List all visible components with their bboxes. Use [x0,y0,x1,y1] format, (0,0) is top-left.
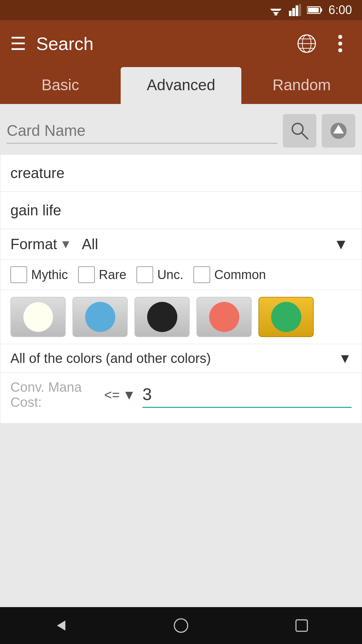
status-bar: 6:00 [0,0,362,20]
globe-button[interactable] [295,32,318,55]
toolbar-title: Search [36,33,285,54]
format-arrow: ▼ [60,237,72,251]
svg-rect-4 [289,11,292,16]
color-blue-circle [85,302,115,332]
svg-line-20 [302,133,308,139]
uncommon-checkbox[interactable] [136,266,153,283]
rarity-mythic[interactable]: Mythic [10,266,68,283]
svg-rect-10 [308,8,319,12]
format-value-arrow: ▼ [334,236,348,253]
tab-random[interactable]: Random [241,67,362,104]
more-button[interactable] [328,32,352,55]
format-dropdown[interactable]: Format ▼ [10,236,72,253]
wifi-icon [269,5,283,15]
card-name-input[interactable] [7,118,278,144]
battery-icon [307,5,322,15]
mana-cost-label: Conv. Mana Cost: [10,380,98,410]
mana-operator-arrow: ▼ [122,387,136,402]
uncommon-label: Unc. [157,268,183,282]
color-green-button[interactable] [258,297,314,337]
recent-icon [293,617,310,634]
more-icon [338,34,343,54]
svg-rect-7 [299,4,301,16]
tab-advanced[interactable]: Advanced [121,67,241,104]
mana-cost-row: Conv. Mana Cost: <= ▼ [0,373,362,423]
format-row: Format ▼ All ▼ [0,229,362,260]
svg-point-16 [338,35,342,39]
signal-icon [289,4,301,16]
color-white-circle [23,302,53,332]
color-black-circle [147,302,177,332]
mana-operator-dropdown[interactable]: <= ▼ [104,387,136,402]
mana-cost-input[interactable] [142,382,352,408]
rare-label: Rare [99,268,126,282]
color-green-circle [271,302,301,332]
color-filter-row[interactable]: All of the colors (and other colors) ▼ [0,344,362,373]
search-icon [290,121,309,140]
tab-basic[interactable]: Basic [0,67,121,104]
svg-rect-5 [292,8,295,16]
mythic-checkbox[interactable] [10,266,27,283]
color-red-button[interactable] [196,297,252,337]
svg-rect-6 [296,5,298,16]
recent-button[interactable] [288,612,315,639]
common-label: Common [214,268,266,282]
format-value: All [82,236,98,253]
color-filter-label: All of the colors (and other colors) [10,351,211,366]
home-button[interactable] [168,612,194,639]
sort-icon [329,121,348,140]
suggestion-gain-life[interactable]: gain life [0,192,362,229]
sort-button[interactable] [322,114,355,148]
mana-operator: <= [104,387,120,402]
home-icon [173,617,189,634]
globe-icon [297,34,317,54]
svg-marker-23 [57,621,65,631]
menu-icon[interactable]: ☰ [10,33,26,54]
common-checkbox[interactable] [193,266,210,283]
rarity-uncommon[interactable]: Unc. [136,266,183,283]
back-icon [52,617,69,634]
color-filter-arrow: ▼ [338,351,352,366]
tabs: Basic Advanced Random [0,67,362,104]
rarity-row: Mythic Rare Unc. Common [0,260,362,290]
rare-checkbox[interactable] [78,266,95,283]
search-bar-area [0,104,362,154]
color-row [0,290,362,344]
search-button[interactable] [283,114,316,148]
color-blue-button[interactable] [72,297,128,337]
svg-rect-9 [320,8,322,12]
bottom-nav [0,607,362,644]
status-time: 6:00 [328,3,352,17]
color-red-circle [209,302,239,332]
svg-point-18 [338,48,342,52]
svg-point-24 [174,619,188,632]
rarity-rare[interactable]: Rare [78,266,126,283]
mythic-label: Mythic [31,268,68,282]
suggestion-creature[interactable]: creature [0,155,362,192]
back-button[interactable] [47,612,74,639]
svg-point-17 [338,42,342,46]
toolbar: ☰ Search [0,20,362,67]
format-label: Format [10,236,57,253]
color-white-button[interactable] [10,297,66,337]
toolbar-right-icons [295,32,352,55]
format-value-dropdown[interactable]: All ▼ [78,236,352,253]
rarity-common[interactable]: Common [193,266,266,283]
color-black-button[interactable] [134,297,190,337]
content-panel: creature gain life Format ▼ All ▼ Mythic… [0,154,362,424]
svg-rect-25 [296,620,307,631]
status-icons: 6:00 [269,3,352,17]
